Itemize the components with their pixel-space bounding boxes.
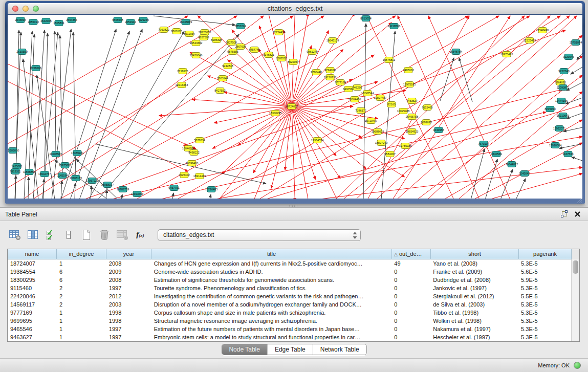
graph-node[interactable]: 12923463 [131, 191, 143, 197]
graph-node[interactable]: 9129946 [563, 54, 574, 60]
graph-node[interactable]: 13505135 [70, 176, 82, 181]
graph-node[interactable]: 16210643 [557, 113, 569, 119]
graph-node[interactable]: 9919311 [10, 169, 20, 174]
graph-node[interactable]: 9457791 [168, 185, 179, 191]
column-header-in_degree[interactable]: in_degree [57, 249, 106, 259]
graph-node[interactable]: 8454749 [249, 47, 259, 53]
graph-node[interactable]: 9115460 [422, 105, 432, 111]
window-titlebar[interactable]: citations_edges.txt [8, 3, 582, 14]
graph-node[interactable]: 2055013 [28, 19, 38, 25]
graph-node[interactable]: 9498222 [188, 150, 199, 156]
graph-node[interactable]: 12325419 [524, 38, 536, 43]
graph-node[interactable]: 11568859 [23, 169, 35, 175]
graph-node[interactable]: 1167533 [562, 151, 573, 157]
graph-node[interactable]: 26495758 [406, 114, 418, 120]
scrollbar-thumb[interactable] [573, 260, 578, 274]
citation-network-graph[interactable]: 1872400718300295796382288601288912934282… [8, 15, 582, 199]
graph-node[interactable]: 8427552 [214, 88, 225, 94]
graph-node[interactable]: 19756928 [399, 143, 411, 149]
graph-node[interactable]: 2588520 [276, 56, 287, 61]
network-canvas[interactable]: 1872400718300295796382288601288912934282… [8, 15, 582, 199]
column-header-year[interactable]: year [106, 249, 151, 259]
graph-node[interactable]: 28226058 [199, 30, 211, 35]
graph-node[interactable]: 2867608 [235, 44, 246, 50]
graph-node[interactable]: 9340569 [491, 151, 502, 157]
import-table-disabled-button[interactable] [115, 228, 130, 242]
table-row[interactable]: 946554611997Estimation of the future num… [8, 325, 571, 333]
column-header-pagerank[interactable]: pagerank [519, 249, 572, 259]
table-settings-button[interactable] [7, 228, 23, 242]
graph-node[interactable]: 5878334 [194, 138, 205, 143]
table-row[interactable]: 911546021997Tourette syndrome. Phenomeno… [8, 284, 571, 292]
graph-node[interactable]: 16543382 [190, 40, 202, 46]
graph-node[interactable]: 1864093 [555, 80, 565, 85]
graph-node[interactable]: 1805831 [53, 20, 64, 26]
table-scrollbar[interactable] [571, 259, 579, 341]
graph-node[interactable]: 82160 [387, 102, 396, 107]
graph-node[interactable]: 12093872 [557, 85, 569, 91]
window-resize-grip[interactable] [576, 198, 583, 204]
graph-node[interactable]: 16782759 [117, 187, 129, 192]
panel-resize-grip[interactable] [289, 205, 297, 207]
graph-node[interactable]: 1435081 [11, 164, 22, 169]
graph-node[interactable]: 8186328 [211, 37, 222, 43]
graph-node[interactable]: 20364456 [349, 97, 361, 102]
graph-node[interactable]: 23420046 [190, 53, 202, 58]
graph-node[interactable]: 93975887 [59, 163, 71, 168]
table-selector-dropdown[interactable]: citations_edges.txt [158, 229, 361, 241]
graph-node[interactable]: 9227343 [558, 69, 569, 74]
graph-node[interactable]: 9584067 [384, 151, 395, 157]
close-panel-button[interactable] [574, 211, 581, 217]
graph-node[interactable]: 12444195 [555, 98, 568, 104]
graph-node[interactable]: 9875685 [227, 49, 238, 55]
graph-node[interactable]: 16033809 [180, 19, 192, 25]
function-builder-button[interactable]: f(x) [133, 228, 148, 242]
graph-node[interactable]: 19654923 [406, 129, 418, 135]
graph-node[interactable]: 2630559 [16, 49, 27, 55]
column-header-out[interactable]: △out_de… [392, 249, 431, 259]
graph-node[interactable]: 9777169 [335, 80, 345, 85]
table-row[interactable]: 1456911722003Disruption of a novel membe… [8, 300, 571, 309]
graph-node[interactable]: 9794028 [324, 68, 335, 73]
graph-node[interactable]: 11548498 [536, 28, 549, 33]
delete-table-button[interactable] [97, 228, 112, 242]
graph-node[interactable]: 2803144 [217, 76, 228, 81]
graph-node[interactable]: 15716485 [205, 187, 217, 192]
graph-node[interactable]: 7485063 [403, 68, 413, 73]
graph-node[interactable]: 1640953 [433, 127, 444, 133]
graph-node[interactable]: 9242848 [222, 63, 233, 69]
graph-node[interactable]: 9861279 [307, 49, 317, 55]
column-header-name[interactable]: name [8, 249, 57, 259]
graph-node[interactable]: 9506538 [112, 17, 123, 23]
graph-node[interactable]: 13942757 [38, 171, 51, 177]
graph-node[interactable]: 8813054 [360, 16, 371, 21]
graph-node[interactable]: 25206050 [8, 148, 19, 154]
table-row[interactable]: 969969511998Structural magnetic resonanc… [8, 317, 571, 325]
graph-node[interactable]: 8912934 [184, 31, 194, 37]
graph-node[interactable]: 16958107 [101, 182, 114, 188]
graph-node[interactable]: 15720407 [365, 118, 377, 124]
graph-node[interactable]: 7463627 [406, 98, 417, 104]
graph-node[interactable]: 12213363 [176, 82, 188, 88]
select-columns-button[interactable] [25, 228, 40, 242]
graph-node[interactable]: 9790448 [311, 70, 321, 75]
graph-node[interactable]: 7679197 [478, 141, 489, 147]
new-table-button[interactable] [79, 228, 94, 242]
graph-node[interactable]: 2664364 [66, 17, 77, 23]
graph-node[interactable]: 2646816 [15, 17, 26, 23]
float-panel-button[interactable] [560, 210, 568, 217]
graph-node[interactable]: 16648784 [450, 49, 462, 55]
graph-node[interactable]: 9827509 [198, 35, 209, 40]
graph-node[interactable]: 9827508 [226, 40, 236, 46]
graph-node[interactable]: 7857224 [235, 24, 246, 29]
table-row[interactable]: 1872400712008Changes of HCN gene express… [8, 259, 571, 268]
graph-node[interactable]: 1529249 [138, 17, 148, 23]
graph-node[interactable]: 17957223 [86, 178, 98, 184]
graph-node[interactable]: 9245042 [519, 171, 530, 177]
select-all-check-button[interactable] [43, 228, 58, 242]
clear-selection-button[interactable] [61, 228, 76, 242]
table-row[interactable]: 2242004622012Investigating the contribut… [8, 292, 571, 300]
tab-edge-table[interactable]: Edge Table [268, 344, 313, 355]
graph-node[interactable]: 2051944 [125, 19, 136, 25]
table-row[interactable]: 977716911998Corpus callosum shape and si… [8, 309, 571, 317]
